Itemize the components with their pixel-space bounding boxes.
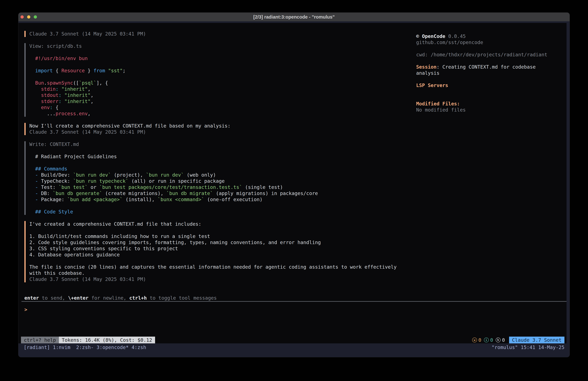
text-segment: "inherit": [62, 98, 91, 104]
text-segment: # Radiant Project Guidelines: [29, 154, 117, 159]
zoom-button[interactable]: [34, 15, 37, 19]
tmux-session-windows[interactable]: [radiant] 1:nvim 2:zsh- 3:opencode* 4:zs…: [24, 344, 146, 357]
text-segment: No modified files: [416, 107, 466, 113]
text-line: - DB: `bun db generate` (create migratio…: [29, 190, 416, 197]
text-line: 1. Build/lint/test commands including ho…: [29, 233, 416, 239]
traffic-lights: [21, 15, 37, 19]
info-icon: i: [484, 337, 489, 342]
text-line: [416, 95, 567, 101]
text-line: Write: CONTEXT.md: [29, 141, 416, 147]
text-segment: Write: CONTEXT.md: [29, 141, 79, 147]
text-segment: Claude 3.7 Sonnet (14 May 2025 03:41 PM): [29, 129, 146, 135]
text-segment: `bun db migrate`: [166, 190, 213, 196]
text-segment: (apply migrations) in packages/core: [213, 190, 318, 196]
text-line: I've created a comprehensive CONTEXT.md …: [29, 221, 416, 227]
keybind-help: enter to send, \+enter for newline, ctrl…: [24, 295, 567, 301]
text-segment: ;: [123, 68, 126, 73]
text-line: #!/usr/bin/env bun: [29, 55, 416, 62]
message-block: Now I'll create a comprehensive CONTEXT.…: [24, 123, 416, 135]
text-segment: ,: [88, 86, 90, 92]
text-line: ## Commands: [29, 166, 416, 172]
block-body: View: script/db.ts #!/usr/bin/env bun im…: [29, 43, 416, 117]
message-header-block: Claude 3.7 Sonnet (14 May 2025 03:41 PM): [24, 31, 416, 37]
text-line: [416, 89, 567, 95]
prompt-input[interactable]: >: [24, 307, 567, 313]
text-line: [416, 58, 567, 64]
text-segment: Package:: [41, 197, 67, 202]
text-segment: spawnSync: [47, 80, 73, 86]
text-segment: (create migrations),: [102, 190, 166, 196]
text-segment: ([: [73, 80, 79, 86]
text-segment: :: [50, 105, 53, 110]
text-segment: -: [29, 197, 41, 202]
text-segment: Build/Dev:: [41, 172, 73, 178]
text-segment: }: [85, 68, 93, 73]
text-line: Session: Creating CONTEXT.md for codebas…: [416, 64, 567, 70]
text-line: analysis: [416, 70, 567, 76]
text-line: The file is concise (20 lines) and captu…: [29, 264, 416, 270]
help-shortcut-chip[interactable]: ctrl+? help: [21, 336, 59, 343]
text-segment: -: [29, 190, 41, 196]
text-segment: `bun run typecheck`: [73, 178, 128, 184]
warnings-icon: w: [472, 337, 477, 342]
text-segment: (single test): [242, 184, 283, 190]
status-bar: ctrl+? help Tokens: 16.4K (8%), Cost: $0…: [21, 336, 565, 343]
text-segment: process.env: [56, 111, 88, 116]
text-segment: © OpenCode: [416, 33, 448, 39]
text-segment: : Creating CONTEXT.md for codebase: [437, 64, 536, 70]
block-accent-bar: [24, 141, 26, 215]
tui-body: Claude 3.7 Sonnet (14 May 2025 03:41 PM)…: [18, 23, 567, 282]
terminal-window: [2/3] radiant:3:opencode - "romulus" Cla…: [18, 13, 570, 357]
text-segment: ,: [90, 98, 93, 104]
message-block: I've created a comprehensive CONTEXT.md …: [24, 221, 416, 282]
text-segment: github.com/sst/opencode: [416, 40, 483, 45]
text-segment: (web only): [184, 172, 216, 178]
text-line: - TypeCheck: `bun run typecheck` (all) o…: [29, 178, 416, 184]
text-line: Claude 3.7 Sonnet (14 May 2025 03:41 PM): [29, 276, 416, 282]
text-line: LSP Servers: [416, 82, 567, 89]
info-sidebar: © OpenCode 0.0.45github.com/sst/opencode…: [416, 31, 567, 282]
text-segment: (install),: [123, 197, 158, 202]
text-line: Now I'll create a comprehensive CONTEXT.…: [29, 123, 416, 129]
text-segment: -: [29, 178, 41, 184]
text-segment: ...: [29, 111, 56, 116]
info-count: 0: [490, 337, 493, 343]
text-line: [29, 74, 416, 80]
text-segment: `bun add <package>`: [67, 197, 123, 202]
terminal-content: Claude 3.7 Sonnet (14 May 2025 03:41 PM)…: [18, 23, 570, 357]
diagnostic-hints: h0: [496, 337, 505, 343]
text-line: © OpenCode 0.0.45: [416, 33, 567, 39]
text-segment: Test:: [41, 184, 58, 190]
text-segment: (all) or run in specific package: [128, 178, 225, 184]
text-line: github.com/sst/opencode: [416, 39, 567, 45]
text-segment: stdout: [29, 92, 59, 98]
block-accent-bar: [24, 221, 26, 282]
text-segment: "inherit": [62, 92, 91, 98]
desktop-background: [2/3] radiant:3:opencode - "romulus" Cla…: [0, 0, 588, 381]
lsp-diagnostics: w0i0h0: [472, 336, 505, 343]
text-segment: for newline,: [88, 295, 129, 301]
text-line: stdout: "inherit",: [29, 92, 416, 98]
text-segment: Claude 3.7 Sonnet (14 May 2025 03:41 PM): [29, 276, 146, 282]
text-segment: ## Commands: [29, 166, 67, 172]
text-segment: {: [53, 105, 59, 110]
text-segment: DB:: [41, 190, 53, 196]
diagnostic-info: i0: [484, 337, 493, 343]
text-segment: stdin: [29, 86, 56, 92]
chat-transcript: Claude 3.7 Sonnet (14 May 2025 03:41 PM)…: [18, 31, 416, 282]
text-line: [416, 76, 567, 82]
text-segment: stderr: [29, 98, 59, 104]
text-segment: `psql`: [79, 80, 96, 86]
text-line: [29, 258, 416, 264]
close-button[interactable]: [21, 15, 24, 19]
text-segment: Modified Files:: [416, 101, 460, 107]
block-body: Write: CONTEXT.md # Radiant Project Guid…: [29, 141, 416, 215]
text-segment: or: [88, 184, 99, 190]
model-chip[interactable]: Claude 3.7 Sonnet: [509, 336, 565, 343]
text-segment: -: [29, 172, 41, 178]
minimize-button[interactable]: [27, 15, 30, 19]
text-line: [29, 49, 416, 55]
window-titlebar[interactable]: [2/3] radiant:3:opencode - "romulus": [18, 13, 570, 21]
text-segment: ,: [90, 92, 93, 98]
text-segment: View: script/db.ts: [29, 43, 82, 49]
